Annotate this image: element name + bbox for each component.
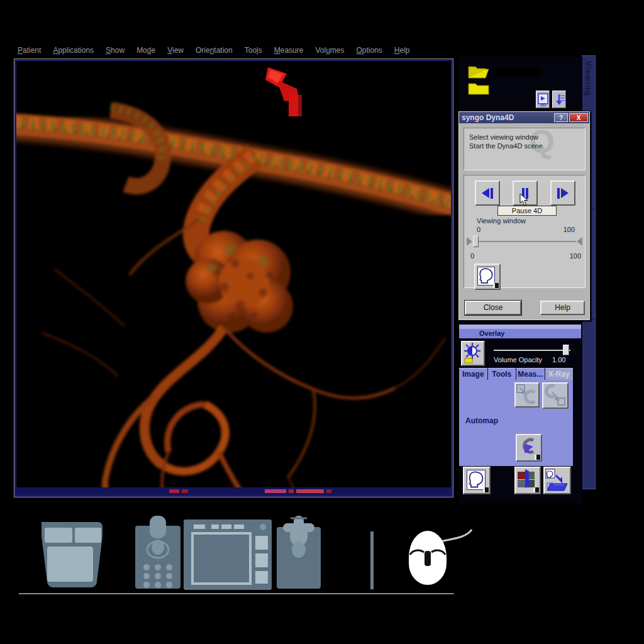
- viewport-render-area[interactable]: [14, 59, 453, 497]
- mouse-icon: [401, 525, 477, 590]
- main-viewport[interactable]: [14, 58, 453, 497]
- button-option-chip: [533, 487, 539, 492]
- scrub-mark: [296, 489, 324, 493]
- pause-4d-tooltip: Pause 4D: [497, 206, 557, 216]
- scrub-mark: [169, 489, 179, 493]
- menu-item[interactable]: Volumes: [315, 46, 344, 56]
- scrub-mark: [182, 489, 188, 493]
- menu-item[interactable]: Applications: [53, 46, 94, 56]
- menu-item[interactable]: Show: [106, 46, 125, 56]
- viewing-head-button[interactable]: [463, 467, 491, 494]
- step-forward-button[interactable]: [550, 180, 575, 206]
- export-to-folder-icon: [545, 468, 569, 492]
- message-line-2: Start the Dyna4D scene.: [469, 142, 585, 150]
- opacity-value: 1.00: [552, 356, 565, 364]
- dialog-title: syngo Dyna4D: [462, 113, 514, 122]
- overlay-panel-topbar: [459, 325, 581, 329]
- volume-rendering-3d-vessels: [16, 61, 451, 487]
- viewing-window-label: Viewing window: [477, 217, 526, 225]
- cursor-arrow-icon: [519, 193, 529, 206]
- menu-item[interactable]: Tools: [245, 46, 262, 56]
- scrub-mark: [326, 489, 331, 493]
- scrub-mark: [265, 489, 286, 493]
- tab-xray[interactable]: X-Ray: [545, 368, 574, 380]
- button-option-chip: [483, 487, 489, 492]
- brightness-icon: [462, 342, 482, 364]
- task-card-viewing-label[interactable]: Viewing: [584, 61, 593, 96]
- scrub-mark: [289, 489, 294, 493]
- step-back-button[interactable]: [475, 180, 500, 206]
- opacity-label: Volume Opacity: [494, 356, 542, 364]
- table-pedal-icon: [30, 519, 109, 590]
- control-tabs: Image Tools Meas... X-Ray: [459, 368, 573, 380]
- transfer-to-xray-icon: [543, 384, 566, 406]
- menu-bar: Patient Applications Show Mode View Orie…: [18, 46, 452, 56]
- dialog-message-box: Select viewing window Start the Dyna4D s…: [464, 128, 586, 170]
- siemens-q-watermark: Q: [530, 137, 555, 146]
- transfer-to-xray-button[interactable]: [542, 382, 569, 409]
- slider-left-arrow[interactable]: [467, 237, 472, 246]
- slider-right-arrow[interactable]: [577, 237, 582, 246]
- tab-image[interactable]: Image: [459, 368, 487, 380]
- transfer-to-3d-icon: [516, 384, 537, 405]
- viewport-scrub-strip[interactable]: [16, 487, 451, 495]
- automap-run-button[interactable]: [516, 434, 542, 462]
- scene-3d-button[interactable]: 3D: [536, 91, 550, 108]
- xray-tab-content: Automap: [459, 380, 573, 466]
- tab-tools[interactable]: Tools: [488, 368, 516, 380]
- import-list-icon: [554, 93, 565, 107]
- menu-item[interactable]: Orientation: [196, 46, 233, 56]
- step-back-icon: [476, 182, 499, 204]
- closed-folder-icon[interactable]: [468, 80, 489, 96]
- overlay-panel-title: Overlay: [459, 329, 581, 338]
- transfer-to-3d-button[interactable]: [514, 382, 540, 408]
- close-button[interactable]: Close: [465, 301, 521, 315]
- help-button[interactable]: Help: [540, 301, 585, 315]
- patient-name-redacted-bar: [494, 68, 542, 76]
- opacity-slider-track[interactable]: [494, 350, 570, 351]
- brightness-button[interactable]: [461, 341, 485, 366]
- viewing-window-slider[interactable]: [467, 236, 582, 247]
- range-top-max: 100: [564, 226, 575, 233]
- opacity-slider-handle[interactable]: [563, 345, 569, 355]
- menu-item[interactable]: Patient: [18, 46, 41, 56]
- hand-controller-icon: [275, 514, 322, 590]
- lut-color-button[interactable]: [514, 467, 541, 494]
- export-to-folder-button[interactable]: [543, 467, 571, 494]
- svg-text:3D: 3D: [540, 103, 546, 107]
- dialog-viewing-head-button[interactable]: [474, 264, 501, 290]
- menu-item[interactable]: Measure: [274, 46, 304, 56]
- step-forward-icon: [552, 182, 574, 204]
- dialog-help-button[interactable]: ?: [554, 113, 568, 122]
- button-option-chip: [493, 283, 499, 288]
- application-window: Patient Applications Show Mode View Orie…: [0, 0, 644, 644]
- menu-item[interactable]: View: [167, 46, 184, 56]
- range-top-min: 0: [477, 226, 480, 233]
- volume-opacity-row: Volume Opacity 1.00: [459, 339, 581, 368]
- syngo-dyna4d-dialog: syngo Dyna4D ? X Select viewing window S…: [458, 111, 591, 321]
- joystick-module-icon: [134, 514, 182, 590]
- head-profile-icon: [477, 267, 495, 286]
- touchscreen-module-icon: [184, 519, 272, 590]
- bottom-divider-line: [19, 593, 454, 594]
- slider-handle[interactable]: [473, 236, 479, 247]
- range-bottom-max: 100: [570, 252, 581, 260]
- button-option-chip: [535, 455, 540, 460]
- range-bottom-min: 0: [470, 252, 474, 260]
- separator-bar: [370, 531, 374, 589]
- menu-item[interactable]: Mode: [136, 46, 155, 56]
- orientation-marker-red-arrow: [265, 67, 302, 116]
- open-folder-icon[interactable]: [468, 64, 489, 79]
- slider-track[interactable]: [473, 241, 576, 242]
- tab-meas[interactable]: Meas...: [516, 368, 545, 380]
- menu-item[interactable]: Help: [394, 46, 410, 56]
- dialog-close-icon[interactable]: X: [569, 113, 588, 122]
- scene-3d-icon: 3D: [538, 93, 549, 107]
- dialog-titlebar[interactable]: syngo Dyna4D ? X: [459, 112, 589, 123]
- import-list-button[interactable]: [552, 91, 566, 108]
- message-line-1: Select viewing window: [469, 133, 585, 142]
- dialog-control-box: Pause 4D Viewing window 0 100 0 100: [464, 175, 586, 288]
- automap-label: Automap: [465, 416, 498, 425]
- menu-item[interactable]: Options: [356, 46, 382, 56]
